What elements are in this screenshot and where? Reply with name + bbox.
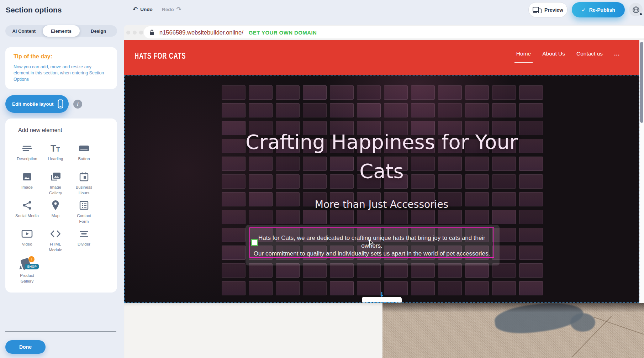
- element-contact-form[interactable]: Contact Form: [70, 198, 98, 226]
- hero-tile: [330, 263, 354, 278]
- hero-tile: [438, 85, 462, 100]
- hero-tile: [519, 210, 543, 224]
- hero-tile: [519, 263, 543, 278]
- hero-tile: [276, 210, 300, 224]
- element-image[interactable]: Image: [13, 169, 41, 198]
- element-map[interactable]: Map: [41, 198, 70, 226]
- mouse-cursor: [369, 240, 374, 248]
- undo-button[interactable]: ↶ Undo: [133, 6, 153, 12]
- site-header[interactable]: HATS FOR CATS Home About Us Contact us .…: [124, 40, 644, 75]
- nav-contact-us[interactable]: Contact us: [576, 51, 603, 57]
- hero-heading[interactable]: Crafting Happiness for Your Cats: [125, 127, 639, 186]
- hero-tile: [492, 103, 516, 117]
- hero-tile: [357, 210, 381, 224]
- window-dot-1: [126, 31, 130, 35]
- edit-mobile-layout-button[interactable]: Edit mobile layout: [5, 95, 69, 113]
- next-section[interactable]: [124, 303, 644, 358]
- hero-tile: [222, 263, 246, 278]
- element-business-hours[interactable]: Business Hours: [70, 169, 98, 198]
- element-html-module[interactable]: HTML Module: [41, 226, 70, 254]
- cat-shadow-head: [570, 313, 595, 332]
- element-grid: Description TT Heading Button Image: [13, 141, 98, 283]
- arrow-down-icon: [379, 292, 384, 299]
- hero-tile: [303, 281, 327, 295]
- element-social-media[interactable]: Social Media: [13, 198, 41, 226]
- hero-tile: [249, 85, 273, 100]
- element-heading[interactable]: TT Heading: [41, 141, 70, 169]
- hero-tile: [303, 210, 327, 224]
- hero-tile: [438, 103, 462, 117]
- tab-elements[interactable]: Elements: [43, 25, 80, 37]
- social-media-icon: [22, 199, 32, 211]
- button-icon: [78, 142, 90, 154]
- image-icon: [22, 171, 32, 183]
- hero-tile: [438, 263, 462, 278]
- redo-button[interactable]: Redo ↷: [162, 6, 181, 12]
- tab-ai-content[interactable]: AI Content: [5, 25, 43, 37]
- scrollbar-track: [639, 40, 644, 303]
- preview-button[interactable]: Preview: [528, 2, 568, 17]
- hero-subheading[interactable]: More than Just Accessories: [125, 199, 639, 210]
- html-module-icon: [50, 228, 61, 240]
- hero-tile: [276, 263, 300, 278]
- nav-home[interactable]: Home: [516, 51, 531, 57]
- page-title: Section options: [6, 6, 62, 14]
- hero-tile: [303, 263, 327, 278]
- hero-tile: [465, 281, 489, 295]
- hero-tile: [303, 85, 327, 100]
- info-icon[interactable]: i: [73, 100, 82, 109]
- element-video[interactable]: Video: [13, 226, 41, 254]
- republish-label: Re-Publish: [589, 7, 615, 13]
- hero-section[interactable]: Crafting Happiness for Your Cats More th…: [124, 75, 639, 303]
- hero-tile: [492, 281, 516, 295]
- business-hours-icon: [79, 171, 89, 183]
- hero-tile: [303, 103, 327, 117]
- nav-about-us[interactable]: About Us: [542, 51, 565, 57]
- hero-tile: [492, 210, 516, 224]
- hero-tile: [492, 263, 516, 278]
- element-description[interactable]: Description: [13, 141, 41, 169]
- element-image-gallery[interactable]: Image Gallery: [41, 169, 70, 198]
- hero-tile: [519, 281, 543, 295]
- hero-tile: [249, 210, 273, 224]
- preview-label: Preview: [544, 7, 563, 13]
- section-resize-handle[interactable]: [362, 297, 402, 303]
- site-nav: Home About Us Contact us ...: [516, 51, 620, 57]
- scrollbar-thumb[interactable]: [640, 42, 643, 123]
- hero-tile: [249, 281, 273, 295]
- video-icon: [21, 228, 33, 240]
- hero-tile: [330, 85, 354, 100]
- site-logo[interactable]: HATS FOR CATS: [134, 51, 186, 61]
- tile-wall: [125, 75, 639, 302]
- hero-tile: [357, 263, 381, 278]
- check-icon: ✓: [581, 7, 586, 13]
- address-bar[interactable]: n1566589.websitebuilder.online/ GET YOUR…: [144, 26, 644, 38]
- done-button[interactable]: Done: [5, 340, 46, 354]
- app-canvas: Section options ↶ Undo Redo ↷ Preview ✓ …: [0, 0, 644, 358]
- tip-heading: Tip of the day:: [14, 53, 52, 60]
- hero-tile: [384, 103, 408, 117]
- hero-tile: [384, 210, 408, 224]
- svg-text:T: T: [56, 146, 60, 153]
- tab-design[interactable]: Design: [80, 25, 117, 37]
- element-divider[interactable]: Divider: [70, 226, 98, 254]
- republish-button[interactable]: ✓ Re-Publish: [572, 2, 625, 17]
- undo-label: Undo: [140, 7, 153, 12]
- add-element-panel: Add new element Description TT Heading B…: [5, 119, 117, 293]
- hero-tile: [384, 85, 408, 100]
- hero-tile: [411, 103, 435, 117]
- hero-tile: [411, 210, 435, 224]
- get-domain-link[interactable]: GET YOUR OWN DOMAIN: [249, 30, 317, 36]
- hero-tile: [438, 210, 462, 224]
- preview-devices-icon: [533, 7, 542, 13]
- element-button[interactable]: Button: [70, 141, 98, 169]
- hero-tile: [249, 263, 273, 278]
- element-product-gallery[interactable]: ↑ SHOP Product Gallery: [13, 254, 41, 283]
- nav-more-ellipsis[interactable]: ...: [614, 51, 620, 57]
- hero-tile: [438, 281, 462, 295]
- hero-tile: [222, 103, 246, 117]
- phone-icon: [58, 99, 63, 109]
- sidebar-divider: [5, 331, 116, 332]
- language-globe-button[interactable]: [629, 3, 643, 16]
- add-element-heading: Add new element: [18, 127, 62, 133]
